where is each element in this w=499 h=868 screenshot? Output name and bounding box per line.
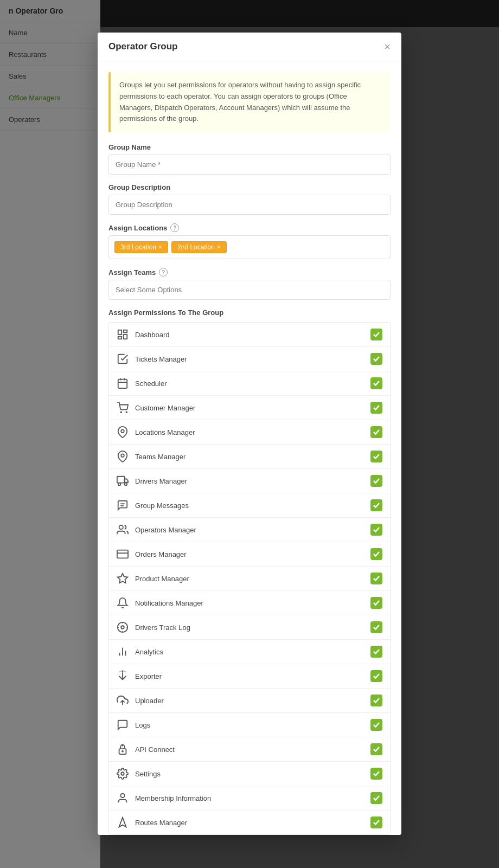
- location-tag-1[interactable]: 3rd Location ×: [114, 241, 168, 253]
- permission-label-15: Uploader: [135, 697, 164, 705]
- permission-label-4: Locations Manager: [135, 428, 195, 436]
- orders-icon: [117, 548, 129, 560]
- operator-group-modal: Operator Group × Groups let you set perm…: [98, 33, 401, 835]
- drivers-track-icon: [117, 621, 129, 633]
- permission-item-19: Membership Information: [109, 786, 390, 811]
- settings-icon: [117, 768, 129, 780]
- modal-body: Groups let you set permissions for opera…: [98, 61, 401, 835]
- svg-rect-4: [118, 380, 127, 389]
- permission-item-14: Exporter: [109, 664, 390, 689]
- permission-checkbox-17[interactable]: [370, 743, 382, 755]
- assign-teams-group: Assign Teams ?: [108, 268, 391, 300]
- permission-item-4: Locations Manager: [109, 420, 390, 445]
- svg-point-17: [119, 525, 123, 529]
- permissions-title: Assign Permissions To The Group: [108, 308, 391, 317]
- teams-icon: [117, 451, 129, 462]
- permission-checkbox-4[interactable]: [370, 426, 382, 438]
- assign-teams-help-icon[interactable]: ?: [159, 268, 168, 277]
- assign-teams-input[interactable]: [108, 280, 391, 300]
- location-tag-1-label: 3rd Location: [120, 243, 156, 251]
- permission-label-1: Tickets Manager: [135, 355, 187, 363]
- group-description-input[interactable]: [108, 195, 391, 215]
- operators-icon: [117, 524, 129, 536]
- svg-point-35: [121, 772, 124, 775]
- svg-point-10: [121, 430, 124, 433]
- notifications-icon: [117, 597, 129, 609]
- permission-checkbox-10[interactable]: [370, 573, 382, 584]
- assign-locations-input[interactable]: 3rd Location × 2nd Location ×: [108, 235, 391, 259]
- permission-checkbox-18[interactable]: [370, 768, 382, 780]
- location-tag-2-close[interactable]: ×: [217, 243, 221, 251]
- permission-item-10: Product Manager: [109, 567, 390, 591]
- svg-point-36: [120, 794, 124, 798]
- svg-point-13: [118, 483, 121, 486]
- permission-checkbox-7[interactable]: [370, 499, 382, 511]
- permission-label-0: Dashboard: [135, 331, 170, 339]
- modal-close-button[interactable]: ×: [384, 41, 391, 52]
- permission-checkbox-15[interactable]: [370, 695, 382, 706]
- permission-label-10: Product Manager: [135, 575, 189, 583]
- tickets-icon: [117, 353, 129, 365]
- svg-rect-12: [117, 477, 125, 483]
- permission-item-11: Notifications Manager: [109, 591, 390, 615]
- permission-item-3: Customer Manager: [109, 396, 390, 420]
- permission-checkbox-13[interactable]: [370, 646, 382, 658]
- svg-marker-20: [118, 574, 127, 583]
- permission-item-20: Routes Manager: [109, 811, 390, 834]
- permission-checkbox-16[interactable]: [370, 719, 382, 731]
- permission-checkbox-6[interactable]: [370, 475, 382, 487]
- svg-rect-18: [117, 550, 128, 558]
- location-tag-1-close[interactable]: ×: [158, 243, 162, 251]
- permission-label-20: Routes Manager: [135, 819, 187, 827]
- permission-item-17: API Connect: [109, 737, 390, 762]
- assign-locations-help-icon[interactable]: ?: [170, 223, 179, 232]
- permission-label-18: Settings: [135, 770, 161, 778]
- svg-point-11: [121, 454, 124, 458]
- drivers-icon: [117, 475, 129, 487]
- permission-checkbox-1[interactable]: [370, 353, 382, 365]
- group-messages-icon: [117, 499, 129, 511]
- group-name-group: Group Name: [108, 143, 391, 175]
- permission-item-16: Logs: [109, 713, 390, 737]
- svg-point-8: [120, 412, 121, 413]
- svg-point-22: [121, 626, 124, 629]
- permission-checkbox-5[interactable]: [370, 451, 382, 462]
- group-description-label: Group Description: [108, 183, 391, 191]
- permission-checkbox-12[interactable]: [370, 621, 382, 633]
- customer-icon: [117, 402, 129, 414]
- permission-checkbox-11[interactable]: [370, 597, 382, 609]
- permission-label-16: Logs: [135, 721, 150, 729]
- permission-checkbox-3[interactable]: [370, 402, 382, 414]
- permission-label-11: Notifications Manager: [135, 599, 203, 607]
- permission-checkbox-20[interactable]: [370, 816, 382, 828]
- svg-point-9: [126, 412, 127, 413]
- location-tag-2[interactable]: 2nd Location ×: [171, 241, 227, 253]
- product-icon: [117, 573, 129, 584]
- permission-checkbox-9[interactable]: [370, 548, 382, 560]
- permission-checkbox-19[interactable]: [370, 792, 382, 804]
- permission-checkbox-8[interactable]: [370, 524, 382, 536]
- uploader-icon: [117, 695, 129, 706]
- svg-point-21: [118, 622, 127, 632]
- info-box-text: Groups let you set permissions for opera…: [119, 80, 382, 125]
- dashboard-icon: [117, 329, 129, 340]
- permission-item-8: Operators Manager: [109, 518, 390, 542]
- permission-label-17: API Connect: [135, 745, 175, 754]
- permission-checkbox-14[interactable]: [370, 670, 382, 682]
- permissions-list: DashboardTickets ManagerSchedulerCustome…: [108, 322, 391, 835]
- assign-locations-group: Assign Locations ? 3rd Location × 2nd Lo…: [108, 223, 391, 259]
- group-name-input[interactable]: [108, 155, 391, 175]
- modal-overlay: Operator Group × Groups let you set perm…: [0, 0, 499, 868]
- api-connect-icon: [117, 743, 129, 755]
- permission-label-14: Exporter: [135, 672, 162, 680]
- info-box: Groups let you set permissions for opera…: [108, 72, 391, 132]
- locations-icon: [117, 426, 129, 438]
- permission-checkbox-2[interactable]: [370, 377, 382, 389]
- permission-item-2: Scheduler: [109, 371, 390, 396]
- permission-checkbox-0[interactable]: [370, 329, 382, 340]
- svg-point-34: [122, 751, 123, 752]
- permission-label-7: Group Messages: [135, 501, 189, 510]
- permissions-section: Assign Permissions To The Group Dashboar…: [108, 308, 391, 835]
- permission-item-12: Drivers Track Log: [109, 615, 390, 640]
- permission-label-9: Orders Manager: [135, 550, 187, 558]
